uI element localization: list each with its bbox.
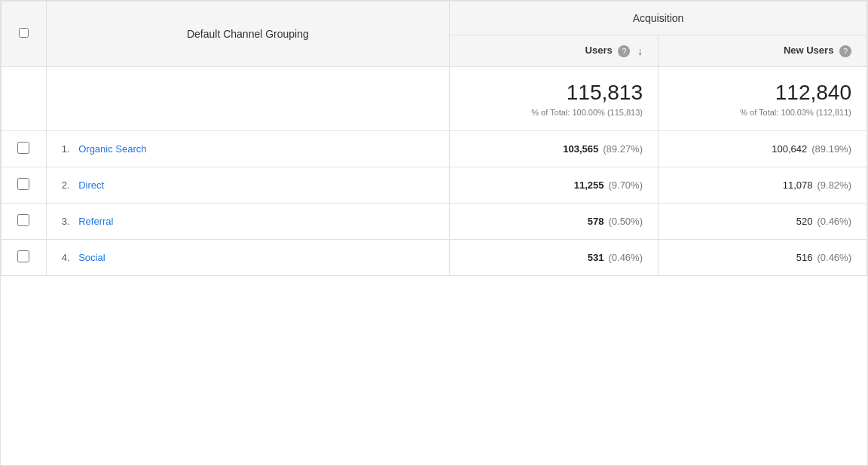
- users-cell: 531(0.46%): [450, 239, 659, 275]
- totals-channel-cell: [46, 66, 449, 130]
- row-number: 3.: [62, 216, 70, 227]
- users-header-label: Users: [585, 44, 613, 56]
- totals-checkbox-cell: [2, 66, 47, 130]
- users-help-icon[interactable]: ?: [618, 45, 630, 57]
- new-users-value: 520: [796, 216, 813, 227]
- header-row-acquisition: Default Channel Grouping Acquisition: [2, 2, 867, 35]
- users-value: 578: [588, 216, 604, 227]
- table-row: 3. Referral 578(0.50%)520(0.46%): [2, 203, 867, 239]
- channel-cell: 3. Referral: [46, 203, 449, 239]
- new-users-pct: (89.19%): [811, 143, 851, 155]
- users-column-header[interactable]: Users ? ↓: [450, 35, 659, 67]
- new-users-column-header[interactable]: New Users ?: [659, 35, 867, 67]
- analytics-table: Default Channel Grouping Acquisition Use…: [0, 0, 868, 466]
- totals-row: 115,813 % of Total: 100.00% (115,813) 11…: [2, 66, 867, 130]
- users-pct: (89.27%): [603, 143, 643, 155]
- row-checkbox[interactable]: [17, 250, 29, 262]
- channel-grouping-label: Default Channel Grouping: [187, 28, 309, 40]
- totals-users-cell: 115,813 % of Total: 100.00% (115,813): [450, 66, 659, 130]
- row-checkbox-cell[interactable]: [2, 130, 47, 167]
- row-number: 1.: [62, 143, 70, 155]
- new-users-cell: 100,642(89.19%): [659, 130, 867, 167]
- sort-arrow-icon[interactable]: ↓: [637, 45, 643, 57]
- channel-link[interactable]: Organic Search: [78, 143, 146, 155]
- new-users-value: 516: [796, 252, 813, 263]
- table-row: 2. Direct 11,255(9.70%)11,078(9.82%): [2, 167, 867, 203]
- channel-link[interactable]: Referral: [78, 216, 113, 227]
- row-checkbox-cell[interactable]: [2, 239, 47, 275]
- new-users-pct: (9.82%): [817, 179, 851, 191]
- totals-users-value: 115,813: [465, 81, 643, 105]
- acquisition-label: Acquisition: [633, 12, 684, 24]
- users-pct: (9.70%): [608, 179, 643, 191]
- users-pct: (0.46%): [608, 252, 643, 263]
- table-row: 4. Social 531(0.46%)516(0.46%): [2, 239, 867, 275]
- new-users-pct: (0.46%): [817, 216, 851, 227]
- new-users-header-label: New Users: [784, 44, 833, 56]
- row-checkbox-cell[interactable]: [2, 167, 47, 203]
- channel-link[interactable]: Direct: [78, 179, 104, 191]
- users-cell: 103,565(89.27%): [450, 130, 659, 167]
- new-users-cell: 516(0.46%): [659, 239, 867, 275]
- acquisition-header: Acquisition: [450, 2, 867, 35]
- totals-new-users-sub: % of Total: 100.03% (112,811): [674, 108, 851, 117]
- users-cell: 578(0.50%): [450, 203, 659, 239]
- row-number: 4.: [62, 252, 70, 263]
- row-checkbox[interactable]: [17, 142, 29, 154]
- channel-cell: 4. Social: [46, 239, 449, 275]
- select-all-checkbox[interactable]: [19, 28, 29, 38]
- new-users-value: 11,078: [783, 179, 813, 191]
- table-row: 1. Organic Search 103,565(89.27%)100,642…: [2, 130, 867, 167]
- users-cell: 11,255(9.70%): [450, 167, 659, 203]
- users-value: 103,565: [563, 143, 598, 155]
- users-pct: (0.50%): [608, 216, 643, 227]
- channel-cell: 1. Organic Search: [46, 130, 449, 167]
- row-number: 2.: [62, 179, 70, 191]
- users-value: 531: [588, 252, 604, 263]
- new-users-cell: 11,078(9.82%): [659, 167, 867, 203]
- totals-new-users-value: 112,840: [674, 81, 851, 105]
- new-users-pct: (0.46%): [817, 252, 851, 263]
- row-checkbox[interactable]: [17, 178, 29, 190]
- channel-grouping-header: Default Channel Grouping: [46, 2, 449, 67]
- totals-new-users-cell: 112,840 % of Total: 100.03% (112,811): [659, 66, 867, 130]
- row-checkbox-cell[interactable]: [2, 203, 47, 239]
- users-value: 11,255: [574, 179, 604, 191]
- row-checkbox[interactable]: [17, 214, 29, 226]
- select-all-checkbox-header[interactable]: [2, 2, 47, 67]
- new-users-value: 100,642: [772, 143, 807, 155]
- channel-cell: 2. Direct: [46, 167, 449, 203]
- totals-users-sub: % of Total: 100.00% (115,813): [465, 108, 643, 117]
- new-users-cell: 520(0.46%): [659, 203, 867, 239]
- channel-link[interactable]: Social: [78, 252, 105, 263]
- new-users-help-icon[interactable]: ?: [839, 45, 851, 57]
